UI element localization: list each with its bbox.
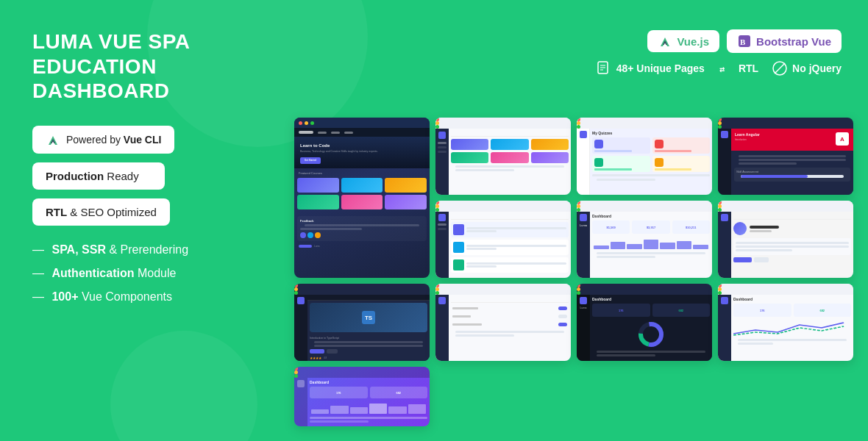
screenshot-quizzes: My Quizzes bbox=[577, 118, 712, 195]
ss2-content bbox=[449, 129, 571, 195]
ss5-it1-l1 bbox=[466, 227, 566, 229]
ss9-content bbox=[449, 295, 571, 361]
ss6-bar7 bbox=[693, 245, 708, 249]
feature-rest-auth: Module bbox=[138, 267, 176, 279]
svg-line-10 bbox=[775, 63, 785, 74]
ss8-actions bbox=[310, 349, 427, 354]
ss3-q2-line bbox=[655, 150, 692, 152]
ss1-card-3 bbox=[385, 178, 427, 193]
top-right-panel: Vue.js B Bootstrap Vue 48+ Unique Pages … bbox=[596, 29, 842, 76]
ss12-bar3 bbox=[350, 407, 368, 414]
ss4-progress bbox=[741, 175, 844, 178]
ss9-setting3 bbox=[451, 321, 569, 328]
bootstrap-label: Bootstrap Vue bbox=[756, 35, 831, 48]
ss11-title: Dashboard bbox=[733, 297, 851, 301]
ss7-profile-header bbox=[733, 222, 851, 235]
tech-badges-row: Vue.js B Bootstrap Vue bbox=[647, 29, 842, 53]
ss8-start-btn bbox=[310, 349, 324, 354]
ss1-feedback-title: Feedback bbox=[300, 219, 424, 223]
ss7-avatar bbox=[733, 222, 747, 235]
ss10-luma-label: Luma bbox=[577, 306, 590, 309]
ss5-logo bbox=[438, 214, 446, 221]
ss2-line2 bbox=[455, 169, 514, 171]
screenshot-dark-dashboard: Luma Dashboard 176 682 bbox=[577, 284, 712, 361]
ss3-q3-icon bbox=[594, 158, 603, 167]
dash-icon-2: — bbox=[32, 267, 44, 279]
ss6-stat3: $10,211 bbox=[672, 220, 710, 234]
ss2-card4 bbox=[451, 152, 488, 163]
ss2-card5 bbox=[491, 152, 528, 163]
ss1-nav-item2 bbox=[331, 132, 340, 134]
ss9-logo bbox=[438, 297, 446, 304]
ss6-logo bbox=[580, 214, 587, 221]
ss9-line2 bbox=[455, 334, 514, 337]
ss3-quiz-grid bbox=[592, 137, 710, 172]
feature-bold-auth: Authentication bbox=[51, 267, 134, 279]
rtl-seo-text: & SEO Optimized bbox=[70, 206, 157, 218]
ss10-sidebar: Luma bbox=[577, 295, 590, 361]
ss5-item2-text bbox=[466, 244, 566, 251]
ss1-feedback-line2 bbox=[300, 228, 362, 230]
feature-rest-components: Vue Components bbox=[82, 290, 172, 303]
ss7-input2 bbox=[736, 245, 849, 248]
ss2-card3 bbox=[531, 139, 569, 150]
ss7-logo bbox=[721, 214, 728, 221]
ss5-it3-l2 bbox=[466, 265, 497, 268]
ss12-line2 bbox=[310, 420, 369, 423]
ss8-topbar bbox=[307, 295, 430, 301]
screenshot-profile bbox=[718, 201, 853, 278]
screenshot-typescript: TS Introduction to TypeScript ★★★★ 4.8 bbox=[294, 284, 430, 361]
ss9-layout bbox=[435, 295, 571, 361]
bg-decoration-2 bbox=[110, 331, 257, 441]
ss1-nav-item3 bbox=[344, 132, 353, 134]
ss3-q1-line bbox=[594, 150, 632, 152]
ss12-title: Dashboard bbox=[310, 380, 427, 384]
ss4-skill-label: Skill Assessment bbox=[736, 170, 848, 173]
ss5-item1 bbox=[451, 222, 569, 237]
ss12-stat2: 682 bbox=[370, 387, 428, 398]
vue-cli-bold: Vue CLI bbox=[124, 134, 162, 146]
ss7-profile-info bbox=[750, 226, 779, 232]
ss6-stat3-text: $10,211 bbox=[686, 226, 696, 229]
ss8-l1 bbox=[314, 341, 423, 343]
ss1-hero-title: Learn to Code bbox=[300, 143, 424, 148]
ss7-role bbox=[750, 230, 772, 232]
ss3-content: My Quizzes bbox=[590, 129, 712, 195]
pages-label: 48+ Unique Pages bbox=[616, 62, 705, 74]
ss6-sidebar: Luma bbox=[577, 212, 590, 278]
bootstrap-vue-badge: B Bootstrap Vue bbox=[727, 29, 842, 53]
ss5-item2 bbox=[451, 240, 569, 255]
ss1-cta-text: Get Started bbox=[305, 159, 316, 162]
vuejs-logo-icon bbox=[658, 35, 672, 48]
ss10-header bbox=[577, 284, 712, 295]
dot-red bbox=[299, 121, 302, 125]
ss4-l1 bbox=[739, 155, 846, 157]
ss3-logo bbox=[580, 131, 587, 138]
ss11-logo bbox=[721, 297, 728, 304]
ss12-bar5 bbox=[388, 406, 406, 414]
ss1-footer-logo bbox=[299, 245, 312, 248]
bootstrap-logo-icon: B bbox=[737, 34, 752, 49]
ss3-quiz4 bbox=[652, 156, 711, 172]
main-title: LUMA VUE SPA EDUCATION DASHBOARD bbox=[32, 29, 282, 104]
ss11-stats: 176 682 bbox=[733, 304, 851, 317]
ss8-lesson-list: Introduction to TypeScript ★★★★ 4.8 bbox=[307, 334, 430, 361]
feature-list: — SPA, SSR & Prerendering — Authenticati… bbox=[32, 243, 282, 304]
ss10-layout: Luma Dashboard 176 682 bbox=[577, 295, 712, 361]
ss9-toggle1 bbox=[558, 306, 567, 310]
ss5-thumb3 bbox=[453, 259, 464, 270]
ss1-feedback-avatars bbox=[300, 232, 424, 238]
ss5-layout bbox=[435, 212, 571, 278]
ss4-course-title: Learn Angular bbox=[735, 132, 850, 137]
ss10-stat1: 176 bbox=[592, 304, 650, 317]
ss7-input3 bbox=[736, 249, 792, 251]
feat-no-jquery: No jQuery bbox=[772, 60, 842, 76]
ss2-nav3 bbox=[438, 151, 447, 153]
ss10-stat2-val: 682 bbox=[678, 309, 683, 312]
ss11-line-chart-svg bbox=[733, 319, 851, 337]
ss6-bar5 bbox=[660, 243, 675, 249]
left-panel: LUMA VUE SPA EDUCATION DASHBOARD Powered… bbox=[32, 29, 282, 304]
ss2-card2 bbox=[491, 139, 528, 150]
screenshot-dashboard-stats: Luma Dashboard $1,569 $3,917 $10,211 bbox=[577, 201, 712, 278]
svg-text:B: B bbox=[740, 37, 746, 46]
